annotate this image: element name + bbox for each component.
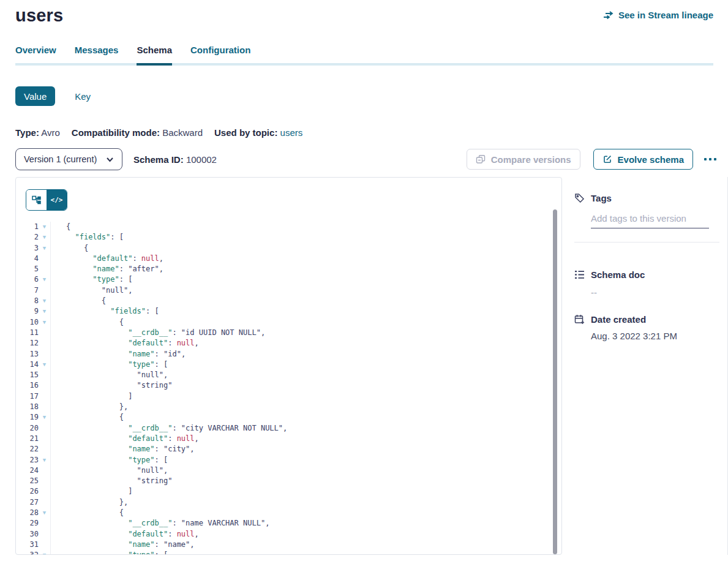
schema-doc-section-header: Schema doc (574, 269, 719, 280)
fold-arrow-icon[interactable]: ▼ (39, 243, 50, 254)
code-line: 21 "default": null, (16, 434, 554, 444)
code-text: "default": null, (50, 254, 554, 264)
main-content: </> 1▼{2▼ "fields": [3▼ {4 "default": nu… (15, 177, 728, 555)
line-number: 22 (16, 444, 39, 454)
code-text: "type": [ (50, 550, 554, 555)
code-text: { (50, 243, 554, 254)
line-number: 14 (16, 360, 39, 370)
tree-view-button[interactable] (26, 190, 47, 210)
code-text: { (50, 508, 554, 518)
fold-gutter (39, 476, 50, 486)
code-text: "name": "city", (50, 444, 554, 454)
tab-bar: Overview Messages Schema Configuration (15, 45, 713, 66)
fold-gutter (39, 465, 50, 476)
code-text: }, (50, 402, 554, 412)
code-line: 24 "null", (16, 465, 554, 476)
compare-versions-label: Compare versions (491, 154, 571, 165)
code-view-button[interactable]: </> (47, 190, 67, 210)
fold-arrow-icon[interactable]: ▼ (39, 274, 50, 285)
code-line: 22 "name": "city", (16, 444, 554, 454)
code-text: "null", (50, 370, 554, 380)
sidebar-divider (574, 242, 719, 243)
code-line: 25 "string" (16, 476, 554, 486)
tab-overview[interactable]: Overview (15, 45, 56, 63)
meta-compat-value: Backward (162, 127, 203, 138)
line-number: 25 (16, 476, 39, 486)
fold-arrow-icon[interactable]: ▼ (39, 550, 50, 555)
ellipsis-dot (704, 158, 707, 160)
line-number: 12 (16, 338, 39, 348)
code-line: 18 }, (16, 402, 554, 412)
code-text: { (50, 222, 554, 232)
version-select[interactable]: Version 1 (current) (15, 148, 122, 170)
code-line: 17 ] (16, 391, 554, 402)
line-number: 26 (16, 486, 39, 497)
controls-row: Version 1 (current) Schema ID: 100002 Co… (15, 148, 728, 170)
line-number: 18 (16, 402, 39, 412)
code-line: 23▼ "type": [ (16, 455, 554, 465)
fold-arrow-icon[interactable]: ▼ (39, 232, 50, 243)
meta-compatibility: Compatibility mode: Backward (72, 127, 203, 138)
fold-arrow-icon[interactable]: ▼ (39, 296, 50, 306)
code-line: 9▼ "fields": [ (16, 306, 554, 317)
fold-gutter (39, 434, 50, 444)
evolve-schema-button[interactable]: Evolve schema (593, 149, 693, 170)
fold-arrow-icon[interactable]: ▼ (39, 360, 50, 370)
fold-gutter (39, 285, 50, 296)
value-key-toggle: Value Key (15, 86, 728, 106)
tab-schema[interactable]: Schema (137, 45, 172, 63)
fold-arrow-icon[interactable]: ▼ (39, 306, 50, 317)
line-number: 15 (16, 370, 39, 380)
meta-compat-label: Compatibility mode: (72, 127, 160, 138)
page-header: users See in Stream lineage (15, 0, 728, 26)
code-line: 31 "name": "name", (16, 540, 554, 550)
tree-view-icon (32, 195, 42, 205)
fold-arrow-icon[interactable]: ▼ (39, 508, 50, 518)
stream-lineage-icon (603, 11, 614, 20)
fold-gutter (39, 529, 50, 540)
fold-gutter (39, 338, 50, 348)
fold-gutter (39, 349, 50, 360)
code-text: "null", (50, 465, 554, 476)
stream-lineage-link[interactable]: See in Stream lineage (603, 10, 713, 20)
ellipsis-dot (714, 158, 716, 160)
calendar-plus-icon (574, 314, 585, 325)
date-created-value: Aug. 3 2022 3:21 PM (591, 331, 719, 341)
add-tags-input[interactable] (591, 213, 709, 228)
code-line: 27 }, (16, 497, 554, 508)
line-number: 7 (16, 285, 39, 296)
schema-id: Schema ID: 100002 (133, 154, 217, 165)
code-line: 6▼ "type": [ (16, 274, 554, 285)
code-text: "type": [ (50, 274, 554, 285)
line-number: 20 (16, 423, 39, 434)
date-created-title: Date created (591, 314, 646, 325)
code-view-icon: </> (51, 196, 63, 204)
topic-link[interactable]: users (280, 127, 303, 138)
fold-arrow-icon[interactable]: ▼ (39, 455, 50, 465)
fold-arrow-icon[interactable]: ▼ (39, 317, 50, 328)
compare-versions-button[interactable]: Compare versions (467, 149, 580, 170)
fold-arrow-icon[interactable]: ▼ (39, 412, 50, 423)
code-line: 32▼ "type": [ (16, 550, 554, 555)
fold-gutter (39, 444, 50, 454)
key-tab-button[interactable]: Key (71, 91, 94, 102)
code-text: ] (50, 486, 554, 497)
fold-gutter (39, 518, 50, 529)
code-line: 10▼ { (16, 317, 554, 328)
editor-scrollbar[interactable] (553, 209, 557, 554)
line-number: 10 (16, 317, 39, 328)
fold-arrow-icon[interactable]: ▼ (39, 222, 50, 232)
code-line: 3▼ { (16, 243, 554, 254)
more-actions-button[interactable] (703, 154, 718, 164)
value-tab-button[interactable]: Value (15, 86, 55, 106)
line-number: 30 (16, 529, 39, 540)
tab-messages[interactable]: Messages (75, 45, 119, 63)
code-text: "fields": [ (50, 306, 554, 317)
meta-type: Type: Avro (15, 127, 60, 138)
schema-editor-panel: </> 1▼{2▼ "fields": [3▼ {4 "default": nu… (15, 177, 562, 555)
doc-list-icon (574, 270, 585, 279)
scrollbar-thumb[interactable] (553, 209, 557, 554)
line-number: 6 (16, 274, 39, 285)
tab-configuration[interactable]: Configuration (190, 45, 250, 63)
code-text: "string" (50, 380, 554, 391)
